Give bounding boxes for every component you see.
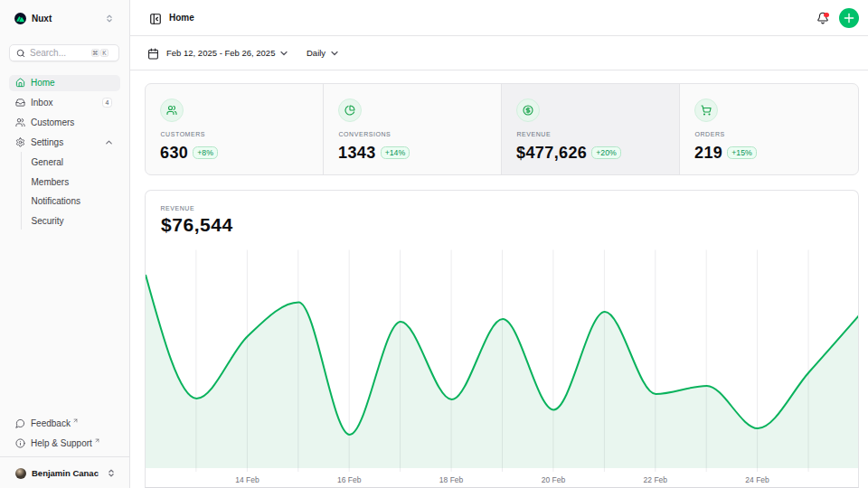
svg-text:20 Feb: 20 Feb — [542, 475, 566, 484]
svg-text:18 Feb: 18 Feb — [439, 475, 464, 484]
svg-text:16 Feb: 16 Feb — [337, 475, 362, 484]
svg-text:24 Feb: 24 Feb — [745, 475, 769, 484]
svg-text:22 Feb: 22 Feb — [644, 475, 668, 484]
svg-text:14 Feb: 14 Feb — [235, 475, 259, 484]
